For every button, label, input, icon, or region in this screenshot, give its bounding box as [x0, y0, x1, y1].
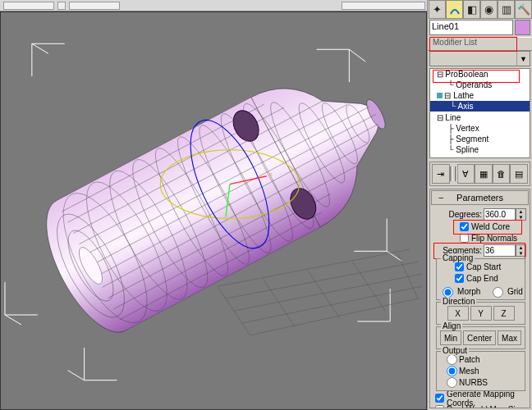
grid-label: Grid [507, 287, 523, 296]
direction-y-button[interactable]: Y [470, 306, 492, 321]
svg-line-6 [263, 278, 296, 327]
cap-end-label: Cap End [466, 274, 498, 283]
direction-z-button[interactable]: Z [493, 306, 515, 321]
cap-start-checkbox[interactable] [455, 262, 464, 271]
modifier-list-dropdown[interactable]: ▼ [429, 51, 530, 66]
annotation-box-proboolean [433, 70, 520, 83]
annotation-box-weldcore [453, 220, 522, 235]
cap-start-label: Cap Start [466, 262, 501, 271]
hierarchy-tab-icon[interactable]: ◧ [463, 0, 480, 19]
pin-stack-button[interactable]: ⇥ [432, 164, 450, 184]
command-panel: ✦ ◧ ◉ ▥ 🔨 Line01 Modifier List ▼ ⊟ ProBo… [427, 0, 532, 410]
svg-text:x: x [269, 171, 273, 178]
output-patch-radio[interactable] [447, 354, 457, 365]
output-patch-label: Patch [459, 355, 480, 364]
create-tab-icon[interactable]: ✦ [429, 0, 446, 19]
svg-line-2 [234, 274, 422, 311]
utilities-tab-icon[interactable]: 🔨 [515, 0, 532, 19]
output-group: Output Patch Mesh NURBS [436, 351, 525, 391]
configure-sets-button[interactable]: ▤ [510, 164, 528, 184]
real-world-checkbox[interactable] [435, 405, 444, 408]
gen-mapping-checkbox[interactable] [435, 394, 444, 403]
degrees-spinner[interactable]: ▲▼ [484, 208, 526, 221]
output-nurbs-radio[interactable] [447, 377, 457, 388]
cap-end-checkbox[interactable] [455, 274, 464, 283]
annotation-box-modlist [429, 37, 517, 52]
parameters-rollout-header[interactable]: − Parameters [431, 190, 529, 205]
grid-radio[interactable] [493, 287, 503, 298]
flip-normals-checkbox[interactable] [460, 234, 469, 243]
direction-x-button[interactable]: X [447, 306, 469, 321]
svg-text:y: y [227, 219, 231, 226]
capping-group: Capping Cap Start Cap End Morph Grid [436, 258, 525, 300]
svg-line-7 [308, 270, 341, 319]
align-max-button[interactable]: Max [498, 330, 521, 345]
align-center-button[interactable]: Center [463, 330, 496, 345]
make-unique-button[interactable]: ▦ [475, 164, 493, 184]
svg-line-9 [397, 253, 418, 298]
output-mesh-radio[interactable] [447, 366, 457, 376]
perspective-viewport[interactable]: x y [0, 11, 427, 410]
motion-tab-icon[interactable]: ◉ [480, 0, 498, 19]
real-world-label: Real-World Map Size [447, 405, 524, 408]
object-color-swatch[interactable] [515, 20, 530, 35]
morph-label: Morph [457, 287, 480, 296]
output-mesh-label: Mesh [459, 367, 479, 376]
panel-tab-row: ✦ ◧ ◉ ▥ 🔨 [428, 0, 532, 18]
modifier-stack[interactable]: ⊟ ProBoolean └ Operands ⊟ Lathe └ Axis ⊟… [429, 68, 530, 158]
viewport-column: x y [0, 0, 427, 410]
modify-tab-icon[interactable] [446, 0, 463, 19]
show-end-result-button[interactable]: ∀ [457, 164, 475, 184]
degrees-label: Degrees: [448, 210, 482, 219]
display-tab-icon[interactable]: ▥ [498, 0, 515, 19]
stack-toolbar: ⇥ ∀ ▦ 🗑 ▤ [429, 162, 530, 186]
object-name-field[interactable]: Line01 [429, 20, 513, 35]
remove-modifier-button[interactable]: 🗑 [493, 164, 511, 184]
svg-line-5 [218, 286, 250, 335]
output-nurbs-label: NURBS [459, 378, 488, 387]
top-toolbar-strip [0, 0, 427, 11]
align-min-button[interactable]: Min [440, 330, 461, 345]
flip-normals-label: Flip Normals [471, 234, 517, 243]
